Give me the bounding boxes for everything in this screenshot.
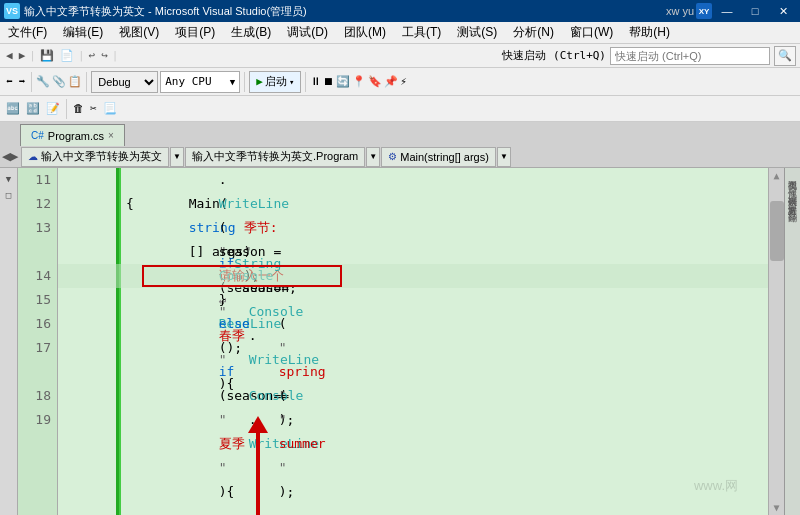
close-button[interactable]: ✕	[770, 1, 796, 21]
menu-tools[interactable]: 工具(T)	[394, 22, 449, 43]
right-sidebar-solution[interactable]: 解决方案	[786, 194, 799, 202]
separator-1	[31, 72, 32, 92]
toolbar-icon-9[interactable]: 📍	[352, 75, 366, 88]
line-num-15: 15	[18, 288, 51, 312]
sidebar-icon-1[interactable]: ▼	[2, 172, 16, 186]
title-bar: VS 输入中文季节转换为英文 - Microsoft Visual Studio…	[0, 0, 800, 22]
quick-search-button[interactable]: 🔍	[774, 46, 796, 66]
t2-icon-3[interactable]: 📝	[44, 100, 62, 117]
tab-bar: C# Program.cs ×	[0, 122, 800, 146]
toolbar-icon-11[interactable]: 📌	[384, 75, 398, 88]
menu-edit[interactable]: 编辑(E)	[55, 22, 111, 43]
maximize-button[interactable]: □	[742, 1, 768, 21]
cpu-selector[interactable]: Any CPU ▼	[160, 71, 240, 93]
new-icon[interactable]: 📄	[58, 47, 76, 64]
menu-view[interactable]: 视图(V)	[111, 22, 167, 43]
menu-test[interactable]: 测试(S)	[449, 22, 505, 43]
line-num-12: 12	[18, 192, 51, 216]
minimize-button[interactable]: —	[714, 1, 740, 21]
toolbar-icon-10[interactable]: 🔖	[368, 75, 382, 88]
path-label-2: 输入中文季节转换为英文.Program	[192, 149, 358, 164]
toolbar-icon-7[interactable]: ⏹	[323, 75, 334, 88]
title-bar-left: VS 输入中文季节转换为英文 - Microsoft Visual Studio…	[4, 3, 307, 19]
redo-icon[interactable]: ↪	[99, 47, 110, 64]
cpu-dropdown-arrow: ▼	[230, 77, 235, 87]
menu-file[interactable]: 文件(F)	[0, 22, 55, 43]
toolbar2: 🔤 🔡 📝 🗑 ✂ 📃	[0, 96, 800, 122]
path-segment-1[interactable]: ☁ 输入中文季节转换为英文	[21, 147, 169, 167]
title-bar-controls: xw yu XY — □ ✕	[666, 1, 796, 21]
toolbar-icon-2[interactable]: ➡	[17, 73, 28, 90]
scrollbar[interactable]: ▲ ▼	[768, 168, 784, 515]
path-dropdown-1[interactable]: ▼	[170, 147, 184, 167]
menu-analyze[interactable]: 分析(N)	[505, 22, 562, 43]
tab-name: Program.cs	[48, 130, 104, 142]
back-icon[interactable]: ◀	[4, 47, 15, 64]
watermark: www.网	[694, 477, 738, 495]
debug-mode-select[interactable]: Debug Release	[91, 71, 158, 93]
path-segment-2[interactable]: 输入中文季节转换为英文.Program	[185, 147, 365, 167]
scroll-down-button[interactable]: ▼	[769, 502, 784, 513]
menu-debug[interactable]: 调试(D)	[279, 22, 336, 43]
toolbar-icons: ◀ ▶ | 💾 📄 | ↩ ↪ |	[4, 47, 118, 64]
tab-program-cs[interactable]: C# Program.cs ×	[20, 124, 125, 146]
menu-project[interactable]: 项目(P)	[167, 22, 223, 43]
scroll-thumb[interactable]	[770, 201, 784, 261]
t2-icon-6[interactable]: 📃	[101, 100, 119, 117]
user-avatar: XY	[696, 3, 712, 19]
toolbar-icon-8[interactable]: 🔄	[336, 75, 350, 88]
t2-icon-5[interactable]: ✂	[88, 100, 99, 117]
code-line-14-wrapper: String season;	[58, 264, 768, 288]
code-area[interactable]: static void Main( string [] args) { Cons…	[58, 168, 768, 515]
t2-icon-1[interactable]: 🔤	[4, 100, 22, 117]
line-num-16: 16	[18, 312, 51, 336]
menu-build[interactable]: 生成(B)	[223, 22, 279, 43]
toolbar-icon-5[interactable]: 📋	[68, 75, 82, 88]
line-numbers: 11 12 13 14 15 16 17 18 19	[18, 168, 58, 515]
path-segment-3[interactable]: ⚙ Main(string[] args)	[381, 147, 496, 167]
t2-icon-4[interactable]: 🗑	[71, 100, 86, 117]
path-label-1: 输入中文季节转换为英文	[41, 149, 162, 164]
forward-icon[interactable]: ▶	[17, 47, 28, 64]
start-label: 启动	[265, 74, 287, 89]
path-bar: ◀▶ ☁ 输入中文季节转换为英文 ▼ 输入中文季节转换为英文.Program ▼…	[0, 146, 800, 168]
right-sidebar: 类视图 属性 错误列表 解决方案 翻译	[784, 168, 800, 515]
line-num-18: 18	[18, 384, 51, 408]
separator-2	[86, 72, 87, 92]
right-sidebar-class-view[interactable]: 类视图	[786, 170, 799, 178]
line-num-13b	[18, 240, 51, 264]
change-indicator-bar2	[119, 168, 121, 515]
quick-search-area: 快速启动 (Ctrl+Q) 🔍	[502, 46, 796, 66]
menu-help[interactable]: 帮助(H)	[621, 22, 678, 43]
toolbar-icon-6[interactable]: ⏸	[310, 75, 321, 88]
right-sidebar-properties[interactable]: 属性	[786, 178, 799, 186]
toolbar-icon-3[interactable]: 🔧	[36, 75, 50, 88]
gear-icon: ⚙	[388, 151, 397, 162]
scroll-up-button[interactable]: ▲	[769, 168, 784, 181]
menu-window[interactable]: 窗口(W)	[562, 22, 621, 43]
path-nav-icon: ◀▶	[0, 150, 20, 163]
right-sidebar-translate[interactable]: 翻译	[786, 202, 799, 210]
undo-icon[interactable]: ↩	[87, 47, 98, 64]
code-line-18: } else if (season== " 夏季 " ){	[58, 384, 768, 408]
quick-search-input[interactable]	[610, 47, 770, 65]
editor-container: ▼ □ 11 12 13 14 15 16 17 18 19 static vo…	[0, 168, 800, 515]
tab-close-button[interactable]: ×	[108, 130, 114, 141]
toolbar-icon-12[interactable]: ⚡	[400, 75, 407, 88]
save-icon[interactable]: 💾	[38, 47, 56, 64]
start-button[interactable]: ▶ 启动 ▾	[249, 71, 301, 93]
path-dropdown-2[interactable]: ▼	[366, 147, 380, 167]
line-num-14: 14	[18, 264, 51, 288]
toolbar: ⬅ ➡ 🔧 📎 📋 Debug Release Any CPU ▼ ▶ 启动 ▾…	[0, 68, 800, 96]
toolbar-icon-4[interactable]: 📎	[52, 75, 66, 88]
kw-string-type: String	[234, 256, 281, 271]
right-sidebar-errors[interactable]: 错误列表	[786, 186, 799, 194]
t2-icon-2[interactable]: 🔡	[24, 100, 42, 117]
path-dropdown-3[interactable]: ▼	[497, 147, 511, 167]
toolbar-icon-1[interactable]: ⬅	[4, 73, 15, 90]
quick-search-label: 快速启动 (Ctrl+Q)	[502, 48, 606, 63]
sidebar-icon-2[interactable]: □	[2, 188, 16, 202]
menu-team[interactable]: 团队(M)	[336, 22, 394, 43]
line-num-19: 19	[18, 408, 51, 432]
cpu-label: Any CPU	[165, 75, 211, 88]
